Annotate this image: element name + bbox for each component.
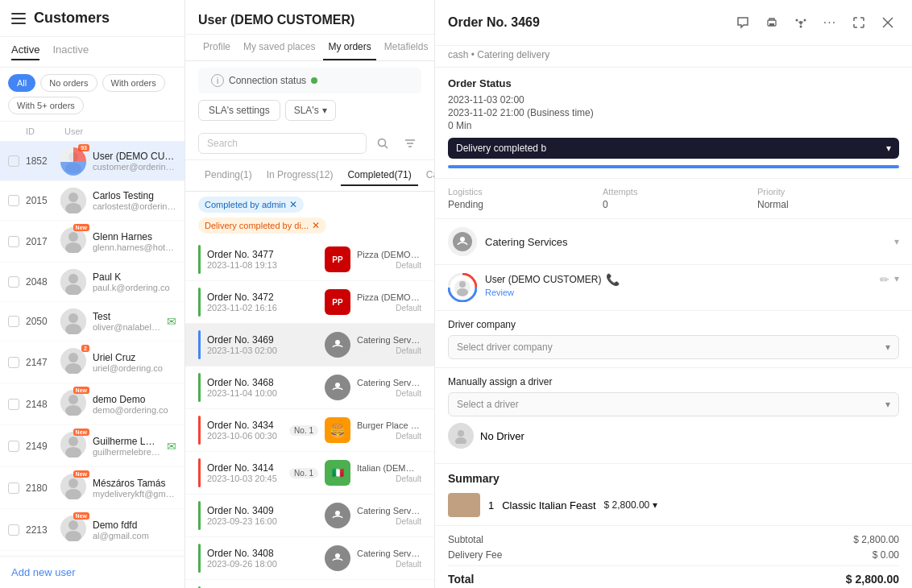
chevron-down-icon[interactable]: ▾ xyxy=(894,236,899,247)
svg-point-13 xyxy=(68,313,78,323)
filter-icon[interactable] xyxy=(399,132,421,155)
menu-icon[interactable] xyxy=(11,13,26,24)
customer-row[interactable]: 2149 New Guilherme Lebre guilhermelebre@… xyxy=(0,425,184,467)
svg-point-38 xyxy=(335,383,340,387)
customer-row[interactable]: 2048 Paul K paul.k@ordering.co xyxy=(0,263,184,302)
customer-checkbox[interactable] xyxy=(8,357,19,368)
search-icon[interactable] xyxy=(371,132,394,155)
order-number: Order No. 3408 xyxy=(207,548,318,559)
customer-name: Uriel Cruz xyxy=(93,352,176,363)
tab-saved-places[interactable]: My saved places xyxy=(238,35,320,60)
business-type: Default xyxy=(396,560,421,569)
customer-checkbox[interactable] xyxy=(8,236,19,247)
remove-filter-icon[interactable]: ✕ xyxy=(289,199,297,210)
filter-with-orders[interactable]: With orders xyxy=(102,74,165,92)
avatar xyxy=(60,269,86,295)
order-item[interactable]: Order No. 3477 2023-11-08 19:13 PP Pizza… xyxy=(185,238,434,281)
tab-my-orders[interactable]: My orders xyxy=(323,35,375,60)
tab-metafields[interactable]: Metafields xyxy=(379,35,433,60)
expand-icon[interactable] xyxy=(848,11,870,34)
close-icon[interactable] xyxy=(877,11,899,34)
order-info: Order No. 3469 2023-11-03 02:00 xyxy=(207,334,318,355)
customer-checkbox[interactable] xyxy=(8,482,19,494)
svg-point-60 xyxy=(459,281,466,288)
filter-no-orders[interactable]: No orders xyxy=(40,74,97,92)
customer-checkbox[interactable] xyxy=(8,399,19,410)
customer-checkbox[interactable] xyxy=(8,276,19,288)
avatar: New xyxy=(60,227,86,255)
tab-cancelled[interactable]: Cancell... xyxy=(420,165,434,186)
customer-tabs: Active Inactive xyxy=(0,37,184,68)
print-icon[interactable] xyxy=(761,11,783,34)
driver-company-dropdown[interactable]: Select driver company ▾ xyxy=(448,335,899,359)
customer-id: 2015 xyxy=(26,195,54,206)
svg-point-25 xyxy=(68,478,78,488)
order-status-bar xyxy=(198,373,201,402)
customer-checkbox[interactable] xyxy=(8,316,19,327)
customer-checkbox[interactable] xyxy=(8,195,19,206)
customer-row[interactable]: 2147 2 Uriel Cruz uriel@ordering.co xyxy=(0,342,184,383)
business-logo: 🇮🇹 xyxy=(325,460,350,486)
tab-pending[interactable]: Pending(1) xyxy=(198,165,259,186)
order-item[interactable]: Order No. 3472 2023-11-02 16:16 PP Pizza… xyxy=(185,281,434,324)
svg-line-52 xyxy=(802,22,804,23)
customer-row[interactable]: 1852 93 User (DEMO CUSTOMER) customer@or… xyxy=(0,142,184,181)
tab-completed[interactable]: Completed(71) xyxy=(341,165,417,186)
order-item[interactable]: Order No. 3407 2023-09-23 15:00 Catering… xyxy=(185,580,434,588)
progress-bar xyxy=(448,165,899,168)
customer-checkbox[interactable] xyxy=(8,524,19,536)
user-name: User (DEMO CUSTOMER) xyxy=(485,274,601,285)
customer-info: Demo fdfd al@gmail.com xyxy=(93,520,176,540)
order-item[interactable]: Order No. 3408 2023-09-26 18:00 Catering… xyxy=(185,537,434,580)
review-link[interactable]: Review xyxy=(485,288,872,297)
remove-filter2-icon[interactable]: ✕ xyxy=(312,220,320,231)
order-business: Pizza (DEMO MA... Default xyxy=(357,250,421,270)
customer-row[interactable]: 2213 New Demo fdfd al@gmail.com xyxy=(0,509,184,551)
summary-item-name: Classic Italian Feast xyxy=(502,499,595,511)
order-item[interactable]: Order No. 3414 2023-10-03 20:45 No. 1 🇮🇹… xyxy=(185,452,434,495)
business-logo xyxy=(325,545,350,571)
user-avatar xyxy=(448,273,477,302)
catering-name: Catering Services xyxy=(485,236,568,248)
customer-row[interactable]: 2015 Carlos Testing carlostest@ordering.… xyxy=(0,181,184,221)
status-dropdown[interactable]: Delivery completed b ▾ xyxy=(448,138,899,159)
order-item[interactable]: Order No. 3434 2023-10-06 00:30 No. 1 🍔 … xyxy=(185,409,434,452)
order-item[interactable]: Order No. 3409 2023-09-23 16:00 Catering… xyxy=(185,495,434,537)
business-logo xyxy=(325,503,350,528)
catering-section-header[interactable]: Catering Services ▾ xyxy=(448,227,899,256)
customer-checkbox[interactable] xyxy=(8,155,19,167)
customer-id: 2148 xyxy=(26,399,54,410)
search-input[interactable] xyxy=(198,133,367,154)
customer-checkbox[interactable] xyxy=(8,441,19,452)
sla-dropdown[interactable]: SLA's ▾ xyxy=(285,100,336,121)
more-options-icon[interactable]: ··· xyxy=(819,11,841,34)
filter-5plus[interactable]: With 5+ orders xyxy=(8,97,84,114)
tab-active[interactable]: Active xyxy=(11,43,39,60)
email-icon: ✉ xyxy=(167,440,176,453)
assign-driver-dropdown[interactable]: Select a driver ▾ xyxy=(448,392,899,416)
filter-tag-delivery: Delivery completed by di... ✕ xyxy=(198,217,326,234)
business-type: Default xyxy=(396,346,421,355)
tab-profile[interactable]: Profile xyxy=(198,35,235,60)
filter-all[interactable]: All xyxy=(8,74,35,92)
order-item[interactable]: Order No. 3468 2023-11-04 10:00 Catering… xyxy=(185,366,434,409)
tab-inactive[interactable]: Inactive xyxy=(52,43,89,60)
priority-value: Normal xyxy=(757,199,899,210)
count-badge: 2 xyxy=(81,345,89,352)
customer-row[interactable]: 2050 Test oliver@nalabelstudios.co.uk ✉ xyxy=(0,302,184,342)
driver-company-placeholder: Select driver company xyxy=(457,342,553,353)
customer-row[interactable]: 2180 New Mészáros Tamás mydeliverykft@gm… xyxy=(0,467,184,509)
add-new-user-button[interactable]: Add new user xyxy=(0,556,184,588)
customer-row[interactable]: 2148 New demo Demo demo@ordering.co xyxy=(0,383,184,425)
network-icon[interactable] xyxy=(790,11,812,34)
sla-settings-button[interactable]: SLA's settings xyxy=(198,100,280,121)
customer-name: demo Demo xyxy=(93,394,176,405)
chat-icon[interactable] xyxy=(732,11,754,34)
tab-in-progress[interactable]: In Progress(12) xyxy=(260,165,340,186)
user-section: User (DEMO CUSTOMER) 📞 Review ✏ ▾ xyxy=(435,265,912,311)
chevron-down-icon[interactable]: ▾ xyxy=(894,273,899,286)
order-item[interactable]: Order No. 3469 2023-11-03 02:00 Catering… xyxy=(185,324,434,366)
customer-row[interactable]: 2017 New Glenn Harnes glenn.harnes@hotma… xyxy=(0,221,184,263)
chevron-down-icon[interactable]: ▾ xyxy=(653,499,657,511)
edit-icon[interactable]: ✏ xyxy=(880,273,889,286)
